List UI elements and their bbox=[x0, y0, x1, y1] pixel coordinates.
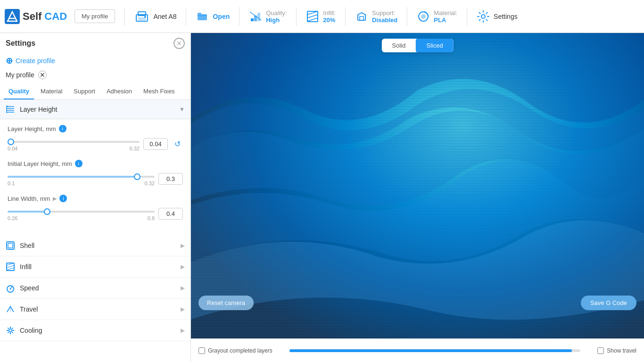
line-width-minmax: 0.26 0.8 bbox=[8, 215, 155, 221]
create-profile-button[interactable]: ⊕ Create profile bbox=[0, 54, 190, 68]
settings-toolbar-item[interactable]: Settings bbox=[477, 10, 518, 23]
infill-section-left: Infill bbox=[6, 262, 32, 272]
layer-height-info[interactable]: i bbox=[59, 125, 66, 132]
open-toolbar-item[interactable]: Open bbox=[196, 10, 230, 23]
reset-camera-button[interactable]: Reset camera bbox=[198, 296, 254, 310]
shell-section-left: Shell bbox=[6, 241, 34, 250]
line-width-info[interactable]: i bbox=[59, 195, 67, 202]
bottom-bar: Grayout completed layers Show travel bbox=[191, 338, 644, 362]
svg-rect-7 bbox=[251, 18, 254, 21]
tab-support[interactable]: Support bbox=[69, 84, 100, 99]
travel-title: Travel bbox=[20, 305, 38, 313]
grayout-label: Grayout completed layers bbox=[208, 347, 272, 354]
shell-icon bbox=[6, 241, 15, 250]
save-gcode-button[interactable]: Save G Code bbox=[581, 296, 636, 310]
toggle-sliced[interactable]: Sliced bbox=[416, 39, 453, 52]
panel-close-button[interactable]: ✕ bbox=[173, 38, 185, 49]
infill-section-icon bbox=[6, 262, 15, 272]
initial-layer-height-slider[interactable] bbox=[8, 176, 155, 178]
layer-height-reset[interactable]: ↺ bbox=[172, 138, 183, 149]
toggle-solid[interactable]: Solid bbox=[381, 39, 416, 52]
line-width-arrow: ▶ bbox=[53, 196, 57, 202]
quality-toolbar-item[interactable]: Quality: High bbox=[249, 9, 287, 24]
view-toggle: Solid Sliced bbox=[381, 39, 453, 52]
tab-mesh-fixes[interactable]: Mesh Fixes bbox=[139, 84, 179, 99]
layer-height-slider-row: Layer Height, mm i 0.04 0.32 ↺ bbox=[8, 125, 183, 151]
left-panel: Settings ✕ ⊕ Create profile My profile ✕… bbox=[0, 33, 191, 362]
speed-title: Speed bbox=[20, 284, 39, 292]
speed-section-left: Speed bbox=[6, 283, 39, 293]
speed-arrow: ▶ bbox=[181, 285, 185, 291]
my-profile-button[interactable]: My profile bbox=[74, 9, 115, 23]
cooling-section-left: Cooling bbox=[6, 326, 42, 335]
line-width-slider[interactable] bbox=[8, 211, 155, 213]
printer-toolbar-item[interactable]: Anet A8 bbox=[134, 9, 176, 24]
support-icon bbox=[355, 10, 368, 23]
shell-arrow: ▶ bbox=[181, 242, 185, 249]
layer-height-value[interactable] bbox=[143, 138, 168, 150]
infill-toolbar-item[interactable]: Infill: 20% bbox=[306, 9, 336, 24]
cooling-section[interactable]: Cooling ▶ bbox=[0, 320, 190, 341]
speed-section[interactable]: Speed ▶ bbox=[0, 278, 190, 299]
layer-height-slider[interactable] bbox=[8, 141, 140, 143]
logo-icon bbox=[5, 9, 20, 24]
initial-layer-height-value[interactable] bbox=[158, 173, 183, 185]
tab-adhesion[interactable]: Adhesion bbox=[102, 84, 137, 99]
svg-line-43 bbox=[12, 328, 13, 329]
material-value: PLA bbox=[434, 16, 457, 24]
layer-height-section-header[interactable]: Layer Height ▼ bbox=[0, 100, 190, 119]
svg-rect-9 bbox=[257, 13, 260, 21]
svg-rect-15 bbox=[360, 16, 363, 20]
travel-section[interactable]: Travel ▶ bbox=[0, 299, 190, 320]
svg-point-6 bbox=[144, 16, 146, 18]
infill-block: Infill: 20% bbox=[323, 9, 336, 24]
support-block: Support: Disabled bbox=[372, 9, 397, 24]
tab-material[interactable]: Material bbox=[36, 84, 67, 99]
tab-quality[interactable]: Quality bbox=[4, 84, 34, 99]
my-profile-close-button[interactable]: ✕ bbox=[38, 71, 47, 79]
initial-layer-height-info[interactable]: i bbox=[75, 160, 83, 167]
3d-view[interactable]: Solid Sliced Reset camera Save G Code bbox=[191, 33, 644, 338]
line-width-value[interactable] bbox=[158, 208, 183, 220]
mesh-terrain bbox=[191, 33, 644, 338]
svg-rect-5 bbox=[138, 17, 146, 20]
svg-line-41 bbox=[8, 328, 9, 329]
divider2 bbox=[186, 7, 186, 26]
svg-line-44 bbox=[8, 332, 9, 333]
my-profile-row: My profile ✕ bbox=[0, 68, 190, 84]
printer-icon bbox=[134, 9, 149, 24]
svg-line-42 bbox=[12, 332, 13, 333]
cooling-icon bbox=[6, 326, 15, 335]
printer-name: Anet A8 bbox=[153, 13, 176, 20]
support-title: Support: bbox=[372, 9, 397, 16]
layer-height-controls: 0.04 0.32 ↺ bbox=[8, 136, 183, 151]
infill-section[interactable]: Infill ▶ bbox=[0, 256, 190, 278]
infill-title: Infill: bbox=[323, 9, 336, 16]
svg-line-12 bbox=[307, 11, 318, 15]
divider6 bbox=[407, 7, 407, 26]
folder-icon bbox=[196, 10, 209, 23]
grayout-checkbox[interactable] bbox=[198, 347, 205, 354]
line-width-label: Line Width, mm ▶ i bbox=[8, 195, 183, 202]
infill-icon bbox=[306, 10, 319, 23]
logo-cad: CAD bbox=[44, 10, 67, 23]
divider5 bbox=[345, 7, 346, 26]
show-travel-label: Show travel bbox=[607, 347, 636, 354]
right-panel: Solid Sliced Reset camera Save G Code Gr… bbox=[191, 33, 644, 362]
layer-height-icon bbox=[6, 105, 15, 114]
show-travel-checkbox[interactable] bbox=[597, 347, 604, 354]
settings-label: Settings bbox=[494, 13, 518, 20]
layer-height-label: Layer Height, mm i bbox=[8, 125, 183, 132]
shell-section[interactable]: Shell ▶ bbox=[0, 235, 190, 256]
progress-bar-fill bbox=[289, 349, 572, 352]
layer-height-slider-wrap: 0.04 0.32 bbox=[8, 136, 140, 151]
quality-icon bbox=[249, 10, 262, 23]
line-width-slider-wrap: 0.26 0.8 bbox=[8, 206, 155, 221]
my-profile-label: My profile bbox=[6, 71, 34, 79]
layer-height-content: Layer Height, mm i 0.04 0.32 ↺ bbox=[0, 119, 190, 235]
svg-line-31 bbox=[7, 268, 14, 270]
support-toolbar-item[interactable]: Support: Disabled bbox=[355, 9, 397, 24]
material-toolbar-item[interactable]: Material: PLA bbox=[417, 9, 457, 24]
cooling-arrow: ▶ bbox=[181, 327, 185, 334]
progress-bar[interactable] bbox=[289, 349, 581, 352]
